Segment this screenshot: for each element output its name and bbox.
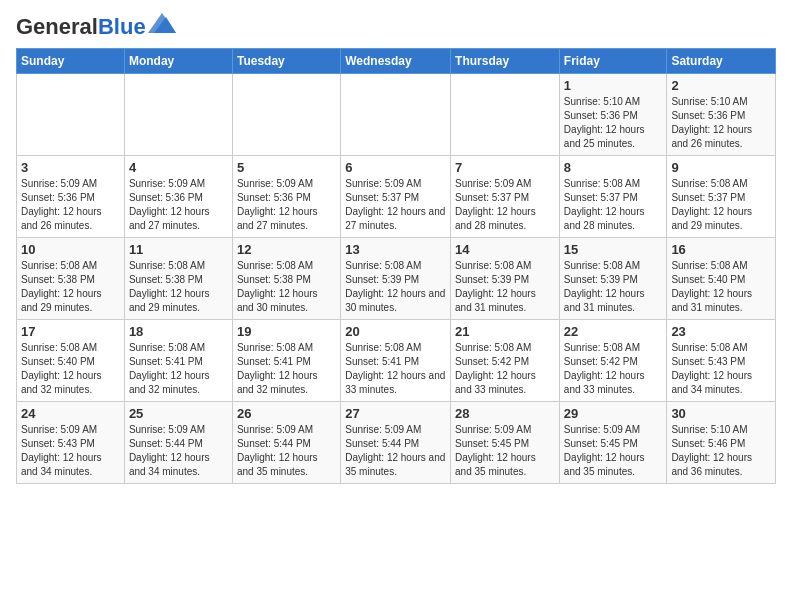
day-info: Sunrise: 5:08 AM Sunset: 5:38 PM Dayligh…: [129, 259, 228, 315]
day-number: 19: [237, 324, 336, 339]
calendar-cell: 7Sunrise: 5:09 AM Sunset: 5:37 PM Daylig…: [451, 156, 560, 238]
day-info: Sunrise: 5:09 AM Sunset: 5:45 PM Dayligh…: [455, 423, 555, 479]
day-info: Sunrise: 5:08 AM Sunset: 5:40 PM Dayligh…: [21, 341, 120, 397]
calendar-cell: 21Sunrise: 5:08 AM Sunset: 5:42 PM Dayli…: [451, 320, 560, 402]
calendar-cell: 14Sunrise: 5:08 AM Sunset: 5:39 PM Dayli…: [451, 238, 560, 320]
day-info: Sunrise: 5:09 AM Sunset: 5:36 PM Dayligh…: [237, 177, 336, 233]
weekday-header-tuesday: Tuesday: [232, 49, 340, 74]
day-number: 21: [455, 324, 555, 339]
day-number: 12: [237, 242, 336, 257]
day-info: Sunrise: 5:09 AM Sunset: 5:43 PM Dayligh…: [21, 423, 120, 479]
calendar-table: SundayMondayTuesdayWednesdayThursdayFrid…: [16, 48, 776, 484]
day-info: Sunrise: 5:08 AM Sunset: 5:41 PM Dayligh…: [129, 341, 228, 397]
day-info: Sunrise: 5:08 AM Sunset: 5:41 PM Dayligh…: [345, 341, 446, 397]
calendar-week-2: 3Sunrise: 5:09 AM Sunset: 5:36 PM Daylig…: [17, 156, 776, 238]
day-info: Sunrise: 5:08 AM Sunset: 5:41 PM Dayligh…: [237, 341, 336, 397]
calendar-cell: 24Sunrise: 5:09 AM Sunset: 5:43 PM Dayli…: [17, 402, 125, 484]
calendar-cell: 3Sunrise: 5:09 AM Sunset: 5:36 PM Daylig…: [17, 156, 125, 238]
calendar-cell: 12Sunrise: 5:08 AM Sunset: 5:38 PM Dayli…: [232, 238, 340, 320]
day-info: Sunrise: 5:09 AM Sunset: 5:44 PM Dayligh…: [129, 423, 228, 479]
day-number: 16: [671, 242, 771, 257]
weekday-header-wednesday: Wednesday: [341, 49, 451, 74]
calendar-cell: 30Sunrise: 5:10 AM Sunset: 5:46 PM Dayli…: [667, 402, 776, 484]
day-number: 10: [21, 242, 120, 257]
calendar-cell: 5Sunrise: 5:09 AM Sunset: 5:36 PM Daylig…: [232, 156, 340, 238]
day-number: 28: [455, 406, 555, 421]
calendar-cell: [341, 74, 451, 156]
day-info: Sunrise: 5:08 AM Sunset: 5:38 PM Dayligh…: [237, 259, 336, 315]
day-number: 8: [564, 160, 663, 175]
calendar-cell: 4Sunrise: 5:09 AM Sunset: 5:36 PM Daylig…: [124, 156, 232, 238]
day-info: Sunrise: 5:09 AM Sunset: 5:44 PM Dayligh…: [345, 423, 446, 479]
day-number: 29: [564, 406, 663, 421]
calendar-week-4: 17Sunrise: 5:08 AM Sunset: 5:40 PM Dayli…: [17, 320, 776, 402]
day-info: Sunrise: 5:08 AM Sunset: 5:39 PM Dayligh…: [455, 259, 555, 315]
logo-icon: [148, 13, 176, 33]
day-number: 25: [129, 406, 228, 421]
day-info: Sunrise: 5:10 AM Sunset: 5:46 PM Dayligh…: [671, 423, 771, 479]
calendar-cell: 19Sunrise: 5:08 AM Sunset: 5:41 PM Dayli…: [232, 320, 340, 402]
calendar-cell: 11Sunrise: 5:08 AM Sunset: 5:38 PM Dayli…: [124, 238, 232, 320]
day-info: Sunrise: 5:09 AM Sunset: 5:36 PM Dayligh…: [129, 177, 228, 233]
calendar-cell: 15Sunrise: 5:08 AM Sunset: 5:39 PM Dayli…: [559, 238, 667, 320]
day-number: 11: [129, 242, 228, 257]
day-info: Sunrise: 5:10 AM Sunset: 5:36 PM Dayligh…: [564, 95, 663, 151]
calendar-cell: 13Sunrise: 5:08 AM Sunset: 5:39 PM Dayli…: [341, 238, 451, 320]
day-number: 27: [345, 406, 446, 421]
day-number: 23: [671, 324, 771, 339]
page-header: GeneralBlue: [16, 16, 776, 38]
calendar-cell: 25Sunrise: 5:09 AM Sunset: 5:44 PM Dayli…: [124, 402, 232, 484]
day-number: 3: [21, 160, 120, 175]
day-number: 20: [345, 324, 446, 339]
day-info: Sunrise: 5:08 AM Sunset: 5:40 PM Dayligh…: [671, 259, 771, 315]
calendar-cell: 8Sunrise: 5:08 AM Sunset: 5:37 PM Daylig…: [559, 156, 667, 238]
day-info: Sunrise: 5:09 AM Sunset: 5:45 PM Dayligh…: [564, 423, 663, 479]
weekday-header-sunday: Sunday: [17, 49, 125, 74]
calendar-cell: 18Sunrise: 5:08 AM Sunset: 5:41 PM Dayli…: [124, 320, 232, 402]
calendar-cell: 1Sunrise: 5:10 AM Sunset: 5:36 PM Daylig…: [559, 74, 667, 156]
day-number: 18: [129, 324, 228, 339]
logo-blue: Blue: [98, 14, 146, 39]
day-info: Sunrise: 5:08 AM Sunset: 5:42 PM Dayligh…: [455, 341, 555, 397]
calendar-week-3: 10Sunrise: 5:08 AM Sunset: 5:38 PM Dayli…: [17, 238, 776, 320]
day-info: Sunrise: 5:09 AM Sunset: 5:44 PM Dayligh…: [237, 423, 336, 479]
day-number: 6: [345, 160, 446, 175]
calendar-cell: 17Sunrise: 5:08 AM Sunset: 5:40 PM Dayli…: [17, 320, 125, 402]
day-number: 13: [345, 242, 446, 257]
calendar-week-5: 24Sunrise: 5:09 AM Sunset: 5:43 PM Dayli…: [17, 402, 776, 484]
calendar-cell: [451, 74, 560, 156]
day-info: Sunrise: 5:08 AM Sunset: 5:37 PM Dayligh…: [564, 177, 663, 233]
day-info: Sunrise: 5:09 AM Sunset: 5:37 PM Dayligh…: [345, 177, 446, 233]
day-number: 30: [671, 406, 771, 421]
logo-general: General: [16, 14, 98, 39]
logo: GeneralBlue: [16, 16, 176, 38]
day-number: 4: [129, 160, 228, 175]
day-info: Sunrise: 5:10 AM Sunset: 5:36 PM Dayligh…: [671, 95, 771, 151]
day-info: Sunrise: 5:09 AM Sunset: 5:37 PM Dayligh…: [455, 177, 555, 233]
day-info: Sunrise: 5:08 AM Sunset: 5:39 PM Dayligh…: [564, 259, 663, 315]
calendar-cell: 28Sunrise: 5:09 AM Sunset: 5:45 PM Dayli…: [451, 402, 560, 484]
calendar-cell: [124, 74, 232, 156]
weekday-header-friday: Friday: [559, 49, 667, 74]
day-info: Sunrise: 5:08 AM Sunset: 5:37 PM Dayligh…: [671, 177, 771, 233]
calendar-cell: 6Sunrise: 5:09 AM Sunset: 5:37 PM Daylig…: [341, 156, 451, 238]
logo-text: GeneralBlue: [16, 16, 146, 38]
day-info: Sunrise: 5:09 AM Sunset: 5:36 PM Dayligh…: [21, 177, 120, 233]
day-number: 22: [564, 324, 663, 339]
calendar-cell: [17, 74, 125, 156]
calendar-cell: 27Sunrise: 5:09 AM Sunset: 5:44 PM Dayli…: [341, 402, 451, 484]
calendar-cell: 20Sunrise: 5:08 AM Sunset: 5:41 PM Dayli…: [341, 320, 451, 402]
calendar-cell: [232, 74, 340, 156]
calendar-cell: 16Sunrise: 5:08 AM Sunset: 5:40 PM Dayli…: [667, 238, 776, 320]
day-number: 17: [21, 324, 120, 339]
day-number: 24: [21, 406, 120, 421]
day-number: 5: [237, 160, 336, 175]
calendar-cell: 10Sunrise: 5:08 AM Sunset: 5:38 PM Dayli…: [17, 238, 125, 320]
day-info: Sunrise: 5:08 AM Sunset: 5:39 PM Dayligh…: [345, 259, 446, 315]
calendar-cell: 23Sunrise: 5:08 AM Sunset: 5:43 PM Dayli…: [667, 320, 776, 402]
day-number: 26: [237, 406, 336, 421]
day-number: 15: [564, 242, 663, 257]
day-info: Sunrise: 5:08 AM Sunset: 5:43 PM Dayligh…: [671, 341, 771, 397]
calendar-cell: 9Sunrise: 5:08 AM Sunset: 5:37 PM Daylig…: [667, 156, 776, 238]
weekday-header-thursday: Thursday: [451, 49, 560, 74]
